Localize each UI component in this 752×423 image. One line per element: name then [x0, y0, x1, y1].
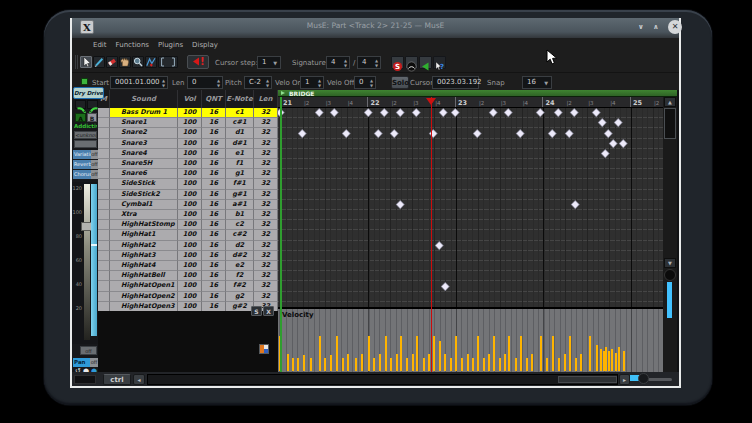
note-diamond[interactable]	[397, 201, 403, 207]
drum-list-header[interactable]: MSoundVolQNTE-NoteLen	[98, 90, 278, 108]
vol-cell[interactable]: 100	[178, 251, 202, 261]
velocity-bar[interactable]	[373, 358, 375, 371]
velocity-bar[interactable]	[596, 345, 598, 371]
column-header-sound[interactable]: Sound	[110, 90, 178, 108]
velocity-bar[interactable]	[379, 354, 381, 371]
drum-row[interactable]: HighHat310016d#232	[98, 251, 278, 261]
velocity-bar[interactable]	[623, 351, 625, 371]
len-cell[interactable]: 32	[254, 169, 278, 179]
velocity-bar[interactable]	[461, 358, 463, 371]
enote-cell[interactable]: g#1	[226, 190, 254, 200]
qnt-cell[interactable]: 16	[202, 159, 226, 169]
send-value[interactable]: off	[91, 160, 98, 169]
mute-cell[interactable]	[98, 302, 110, 311]
drum-row[interactable]: Snare210016d132	[98, 128, 278, 138]
len-cell[interactable]: 32	[254, 179, 278, 189]
mute-cell[interactable]	[98, 108, 110, 118]
vol-cell[interactable]: 100	[178, 210, 202, 220]
line-draw-tool-button[interactable]	[145, 56, 157, 68]
vol-cell[interactable]: 100	[178, 139, 202, 149]
vol-cell[interactable]: 100	[178, 271, 202, 281]
vertical-scrollbar[interactable]: ▲ ▼	[663, 97, 677, 372]
qnt-cell[interactable]: 16	[202, 200, 226, 210]
note-diamond[interactable]	[316, 109, 322, 115]
hzoom-knob[interactable]	[638, 373, 649, 384]
qnt-cell[interactable]: 16	[202, 302, 226, 311]
mute-cell[interactable]	[98, 118, 110, 128]
scroll-left-icon[interactable]: ◂	[133, 374, 145, 385]
vol-cell[interactable]: 100	[178, 241, 202, 251]
len-cell[interactable]: 32	[254, 292, 278, 302]
sound-cell[interactable]: HighHatOpen1	[110, 281, 178, 291]
len-cell[interactable]: 32	[254, 118, 278, 128]
velocity-fader[interactable]	[91, 184, 97, 336]
velocity-bar[interactable]	[287, 354, 289, 371]
pitch-value[interactable]: C-2▲▼	[244, 76, 272, 89]
scroll-down-icon[interactable]: ▼	[664, 258, 676, 268]
vol-cell[interactable]: 100	[178, 108, 202, 118]
enote-cell[interactable]: f2	[226, 271, 254, 281]
sound-cell[interactable]: SideStick2	[110, 190, 178, 200]
velocity-bar[interactable]	[552, 336, 554, 371]
len-cell[interactable]: 32	[254, 190, 278, 200]
vol-cell[interactable]: 100	[178, 190, 202, 200]
scroll-up-icon[interactable]: ▲	[664, 97, 676, 107]
vol-cell[interactable]: 100	[178, 200, 202, 210]
sound-cell[interactable]: HighHat3	[110, 251, 178, 261]
play-events-icon[interactable]	[419, 56, 432, 69]
note-diamond[interactable]	[440, 109, 446, 115]
instrument-name[interactable]: Addictive D	[74, 123, 97, 129]
vol-cell[interactable]: 100	[178, 149, 202, 159]
whats-this-icon[interactable]: ?	[433, 56, 446, 69]
mute-cell[interactable]	[98, 261, 110, 271]
drum-row[interactable]: HighHat210016d232	[98, 241, 278, 251]
mute-cell[interactable]	[98, 251, 110, 261]
velocity-bar[interactable]	[336, 336, 338, 371]
velocity-bar[interactable]	[406, 358, 408, 371]
drum-row[interactable]: Snare310016d#132	[98, 139, 278, 149]
drum-row[interactable]: Xtra10016b132	[98, 210, 278, 220]
velocity-bar[interactable]	[546, 358, 548, 371]
menu-plugins[interactable]: Plugins	[158, 41, 183, 49]
enote-cell[interactable]: e1	[226, 149, 254, 159]
mute-cell[interactable]	[98, 149, 110, 159]
part-bar[interactable]: BRIDGE	[278, 90, 677, 97]
controller-close-button[interactable]: X	[263, 306, 274, 316]
vol-cell[interactable]: 100	[178, 230, 202, 240]
velocity-bar[interactable]	[520, 336, 522, 371]
note-diamond[interactable]	[381, 109, 387, 115]
mute-cell[interactable]	[98, 241, 110, 251]
velocity-bar[interactable]	[615, 353, 617, 371]
note-grid[interactable]	[278, 108, 663, 308]
note-diamond[interactable]	[442, 283, 448, 289]
send-variatio[interactable]: Variatiooff	[73, 150, 98, 159]
note-diamond[interactable]	[343, 130, 349, 136]
len-value[interactable]: 0▲▼	[187, 76, 223, 89]
note-diamond[interactable]	[615, 119, 621, 125]
note-diamond[interactable]	[413, 109, 419, 115]
velocity-bar[interactable]	[508, 336, 510, 371]
mute-cell[interactable]	[98, 281, 110, 291]
toolbar-handle[interactable]	[75, 55, 76, 69]
vol-cell[interactable]: 100	[178, 220, 202, 230]
vol-cell[interactable]: 100	[178, 169, 202, 179]
mute-cell[interactable]	[98, 292, 110, 302]
len-cell[interactable]: 32	[254, 108, 278, 118]
velocity-bar[interactable]	[575, 358, 577, 371]
pencil-tool-button[interactable]	[93, 56, 105, 68]
enote-cell[interactable]: b1	[226, 210, 254, 220]
send-value[interactable]: off	[91, 170, 98, 179]
enote-cell[interactable]: g1	[226, 169, 254, 179]
velocity-bar[interactable]	[472, 358, 474, 371]
menu-functions[interactable]: Functions	[116, 41, 149, 49]
vol-cell[interactable]: 100	[178, 159, 202, 169]
qnt-cell[interactable]: 16	[202, 230, 226, 240]
sound-cell[interactable]: HighHat2	[110, 241, 178, 251]
pointer-tool-button[interactable]	[80, 56, 92, 68]
velocity-bar[interactable]	[531, 354, 533, 371]
step-record-led[interactable]	[81, 78, 88, 85]
len-cell[interactable]: 32	[254, 139, 278, 149]
len-cell[interactable]: 32	[254, 271, 278, 281]
sound-cell[interactable]: HighHatOpen2	[110, 292, 178, 302]
signature-numerator-spin[interactable]: 4▲▼	[326, 56, 350, 69]
